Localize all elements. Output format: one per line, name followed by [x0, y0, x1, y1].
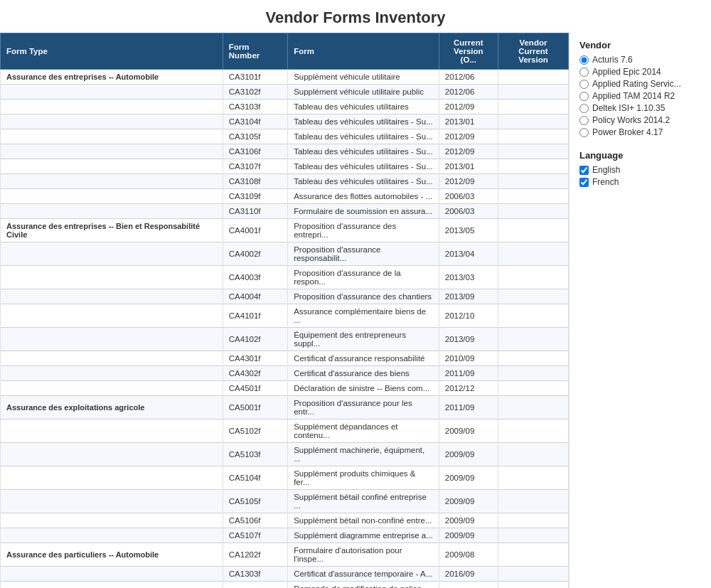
cell-vendor-version: [498, 419, 568, 443]
table-row: CA3102fSupplément véhicule utilitaire pu…: [1, 85, 569, 100]
cell-vendor-version: [498, 443, 568, 466]
vendor-radio-label: Deltek ISI+ 1.10.35: [592, 103, 665, 113]
cell-current-version: 2012/09: [439, 144, 498, 159]
cell-form: Supplément produits chimiques & fer...: [288, 466, 439, 490]
vendor-radio[interactable]: [579, 80, 589, 89]
vendor-radio-item[interactable]: Deltek ISI+ 1.10.35: [579, 103, 701, 113]
cell-form-number: CA3104f: [223, 114, 287, 129]
table-row: Assurance des entreprises -- Bien et Res…: [1, 219, 569, 242]
cell-vendor-version: [498, 242, 568, 266]
cell-current-version: 2006/09: [439, 582, 498, 589]
vendor-radio-item[interactable]: Applied Rating Servic...: [579, 79, 701, 89]
vendor-radio-item[interactable]: Policy Works 2014.2: [579, 115, 701, 125]
cell-form-number: CA5103f: [223, 443, 287, 466]
cell-form-type: [1, 85, 223, 100]
cell-form-number: CA5001f: [223, 396, 287, 419]
sidebar: Vendor Acturis 7.6Applied Epic 2014Appli…: [569, 33, 711, 588]
cell-form-type: [1, 100, 223, 114]
table-row: CA3104fTableau des véhicules utilitaires…: [1, 114, 569, 129]
vendor-radio-item[interactable]: Applied TAM 2014 R2: [579, 91, 701, 101]
cell-form: Proposition d'assurance responsabilit...: [288, 242, 439, 266]
cell-form-number: CA5105f: [223, 490, 287, 513]
language-checkbox-item[interactable]: French: [579, 177, 701, 187]
vendor-radio[interactable]: [579, 116, 589, 125]
cell-vendor-version: [498, 528, 568, 543]
cell-form: Supplément dépandances et contenu...: [288, 419, 439, 443]
cell-form-number: CA3109f: [223, 189, 287, 204]
vendor-radio-label: Applied Epic 2014: [592, 67, 661, 77]
cell-vendor-version: [498, 328, 568, 351]
vendor-radio-label: Policy Works 2014.2: [592, 115, 670, 125]
cell-form: Supplément véhicule utilitaire: [288, 70, 439, 85]
table-row: Assurance des particuliers -- Automobile…: [1, 543, 569, 567]
table-row: CA3107fTableau des véhicules utilitaires…: [1, 159, 569, 174]
cell-form-type: Assurance des particuliers -- Automobile: [1, 543, 223, 567]
cell-form-number: CA3102f: [223, 85, 287, 100]
vendor-radio[interactable]: [579, 55, 589, 65]
cell-form-type: [1, 289, 223, 304]
cell-form-type: [1, 304, 223, 328]
cell-form-number: CA5104f: [223, 466, 287, 490]
cell-form-number: CA4301f: [223, 351, 287, 366]
cell-form: Proposition d'assurance pour les entr...: [288, 396, 439, 419]
cell-form-type: [1, 328, 223, 351]
table-row: CA5106fSupplément bétail non-confiné ent…: [1, 513, 569, 528]
cell-form: Formulaire de soumission en assura...: [288, 204, 439, 219]
cell-current-version: 2012/09: [439, 174, 498, 189]
vendor-radio[interactable]: [579, 68, 589, 77]
table-row: CA3109fAssurance des flottes automobiles…: [1, 189, 569, 204]
table-row: CA5102fSupplément dépandances et contenu…: [1, 419, 569, 443]
vendor-radio-item[interactable]: Acturis 7.6: [579, 55, 701, 65]
table-row: CA4002fProposition d'assurance responsab…: [1, 242, 569, 266]
cell-form: Supplément machinerie, équipment, ...: [288, 443, 439, 466]
cell-vendor-version: [498, 513, 568, 528]
vendor-radio[interactable]: [579, 128, 589, 137]
language-checkbox[interactable]: [579, 166, 589, 175]
cell-form-number: CA3110f: [223, 204, 287, 219]
cell-vendor-version: [498, 174, 568, 189]
col-vendor-version: Vendor CurrentVersion: [498, 33, 568, 70]
table-row: CA3110fFormulaire de soumission en assur…: [1, 204, 569, 219]
vendor-radio-label: Applied Rating Servic...: [592, 79, 681, 89]
cell-vendor-version: [498, 490, 568, 513]
language-checkbox-label: English: [592, 165, 620, 175]
cell-vendor-version: [498, 543, 568, 567]
cell-vendor-version: [498, 266, 568, 289]
cell-vendor-version: [498, 466, 568, 490]
vendor-radio-item[interactable]: Power Broker 4.17: [579, 127, 701, 137]
cell-vendor-version: [498, 70, 568, 85]
language-checkbox-item[interactable]: English: [579, 165, 701, 175]
cell-form: Déclaration de sinistre -- Biens com...: [288, 381, 439, 396]
page-title: Vendor Forms Inventory: [0, 0, 711, 33]
language-checkbox[interactable]: [579, 178, 589, 187]
cell-form-number: CA4102f: [223, 328, 287, 351]
table-row: Assurance des entreprises -- AutomobileC…: [1, 70, 569, 85]
cell-current-version: 2013/01: [439, 159, 498, 174]
cell-form-number: CA3106f: [223, 144, 287, 159]
vendor-radio-item[interactable]: Applied Epic 2014: [579, 67, 701, 77]
cell-current-version: 2013/04: [439, 242, 498, 266]
cell-form: Tableau des véhicules utilitaires - Su..…: [288, 129, 439, 144]
cell-current-version: 2013/09: [439, 328, 498, 351]
cell-form-type: [1, 381, 223, 396]
vendor-label: Vendor: [579, 40, 701, 50]
cell-current-version: 2009/09: [439, 513, 498, 528]
cell-form: Proposition d'assurance de la respon...: [288, 266, 439, 289]
cell-form-number: CA3108f: [223, 174, 287, 189]
cell-form: Tableau des véhicules utilitaires - Su..…: [288, 174, 439, 189]
table-row: CA5104fSupplément produits chimiques & f…: [1, 466, 569, 490]
vendor-radio[interactable]: [579, 104, 589, 113]
cell-current-version: 2006/03: [439, 189, 498, 204]
cell-form: Proposition d'assurance des chantiers: [288, 289, 439, 304]
cell-current-version: 2011/09: [439, 366, 498, 381]
cell-vendor-version: [498, 582, 568, 589]
cell-form-number: CA5106f: [223, 513, 287, 528]
vendor-radio[interactable]: [579, 92, 589, 101]
cell-form-number: CA4004f: [223, 289, 287, 304]
cell-form-number: CA4002f: [223, 242, 287, 266]
table-row: CA3108fTableau des véhicules utilitaires…: [1, 174, 569, 189]
table-row: CA4004fProposition d'assurance des chant…: [1, 289, 569, 304]
vendor-forms-table: Form Type Form Number Form CurrentVersio…: [0, 33, 569, 588]
cell-form-type: [1, 114, 223, 129]
cell-current-version: 2009/08: [439, 543, 498, 567]
